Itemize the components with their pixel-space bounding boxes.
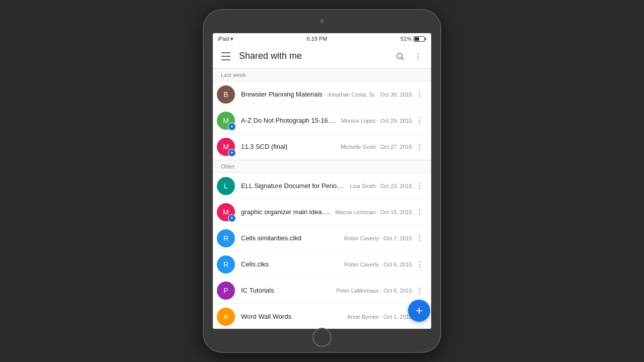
- file-name: A-Z Do Not Photograph 15-16.xls: [241, 117, 337, 124]
- svg-point-25: [419, 266, 420, 267]
- hamburger-line-1: [221, 52, 230, 53]
- file-name: Cells.clks: [241, 260, 340, 268]
- hamburger-line-3: [221, 59, 230, 60]
- file-meta: Jonathan Costa, Sr. · Oct 30, 2015: [323, 92, 412, 98]
- svg-point-11: [419, 144, 420, 145]
- svg-point-18: [419, 212, 420, 213]
- avatar-badge: +: [228, 214, 236, 222]
- item-more-button[interactable]: [412, 205, 427, 220]
- svg-point-21: [419, 238, 420, 239]
- svg-point-13: [419, 148, 420, 149]
- file-name: ELL Signature Documet for Periods 6 & 7: [241, 182, 346, 190]
- file-name: Cells similarities.clkd: [241, 234, 340, 242]
- item-more-button[interactable]: [412, 231, 427, 246]
- svg-point-2: [418, 53, 419, 54]
- status-left: iPad ▾: [218, 36, 233, 42]
- avatar: B: [217, 85, 235, 104]
- more-button[interactable]: [409, 47, 427, 65]
- avatar: M+: [217, 138, 235, 156]
- file-meta: Anne Byrnes · Oct 1, 2015: [343, 314, 412, 320]
- avatar: P: [217, 282, 235, 300]
- file-name: IC Tutorials: [241, 287, 333, 294]
- svg-point-24: [419, 264, 420, 265]
- svg-point-5: [419, 92, 420, 93]
- avatar: R: [217, 229, 235, 247]
- list-item[interactable]: M+graphic organizer main idea.pdfMarcia …: [213, 199, 431, 225]
- svg-point-12: [419, 146, 420, 147]
- file-meta: Marcia Lichtman · Oct 15, 2015: [331, 209, 412, 215]
- list-item[interactable]: BBrewster Planning MaterialsJonathan Cos…: [213, 81, 431, 108]
- list-item[interactable]: LELL Signature Documet for Periods 6 & 7…: [213, 173, 431, 199]
- tablet-screen: iPad ▾ 6:19 PM 51% Shared with me: [213, 33, 431, 329]
- file-meta: Lisa Smith · Oct 23, 2015: [346, 183, 412, 189]
- file-meta: Robin Caverly · Oct 7, 2015: [340, 235, 412, 241]
- app-title: Shared with me: [235, 51, 391, 61]
- svg-point-27: [419, 290, 420, 291]
- hamburger-button[interactable]: [217, 47, 235, 65]
- file-meta: Robin Caverly · Oct 6, 2015: [340, 261, 412, 267]
- file-name: graphic organizer main idea.pdf: [241, 208, 331, 216]
- svg-point-20: [419, 235, 420, 236]
- tablet-home-button[interactable]: [312, 328, 332, 347]
- file-meta: Peter LaMoreaux · Oct 5, 2015: [333, 288, 412, 294]
- svg-point-14: [419, 183, 420, 184]
- item-more-button[interactable]: [412, 87, 427, 102]
- file-info: IC Tutorials: [241, 287, 333, 294]
- svg-line-1: [401, 58, 403, 59]
- list-item[interactable]: PIC TutorialsPeter LaMoreaux · Oct 5, 20…: [213, 278, 431, 304]
- item-more-button[interactable]: [412, 283, 427, 298]
- search-button[interactable]: [391, 47, 409, 65]
- file-info: graphic organizer main idea.pdf: [241, 208, 331, 216]
- svg-point-28: [419, 292, 420, 293]
- file-list: Last weekBBrewster Planning MaterialsJon…: [213, 68, 431, 329]
- svg-point-17: [419, 209, 420, 210]
- list-item[interactable]: M+11.3 SCD (final)Michelle Gosh · Oct 27…: [213, 134, 431, 160]
- file-info: A-Z Do Not Photograph 15-16.xls: [241, 117, 337, 124]
- svg-point-8: [419, 118, 420, 119]
- ipad-label: iPad ▾: [218, 36, 233, 42]
- item-more-button[interactable]: [412, 257, 427, 272]
- fab-button[interactable]: +: [408, 300, 430, 322]
- svg-point-16: [419, 188, 420, 189]
- avatar: A: [217, 308, 235, 326]
- avatar: M+: [217, 203, 235, 221]
- avatar-badge: +: [228, 149, 236, 157]
- list-item[interactable]: AWord Wall WordsAnne Byrnes · Oct 1, 201…: [213, 304, 431, 329]
- section-header: Older: [213, 160, 431, 173]
- item-more-button[interactable]: [412, 178, 427, 194]
- item-more-button[interactable]: [412, 139, 427, 154]
- svg-point-3: [418, 55, 419, 56]
- svg-point-19: [419, 214, 420, 215]
- file-info: Brewster Planning Materials: [241, 90, 323, 98]
- svg-point-22: [419, 240, 420, 241]
- avatar-badge: +: [228, 123, 236, 131]
- battery-pct: 51%: [400, 36, 412, 42]
- file-info: Cells similarities.clkd: [241, 234, 340, 242]
- svg-point-0: [397, 53, 403, 59]
- tablet-frame: iPad ▾ 6:19 PM 51% Shared with me: [204, 10, 440, 352]
- list-item[interactable]: RCells.clksRobin Caverly · Oct 6, 2015: [213, 251, 431, 278]
- status-bar: iPad ▾ 6:19 PM 51%: [213, 33, 431, 44]
- file-info: ELL Signature Documet for Periods 6 & 7: [241, 182, 346, 190]
- item-more-button[interactable]: [412, 113, 427, 128]
- avatar: L: [217, 177, 235, 195]
- hamburger-line-2: [221, 56, 230, 57]
- svg-point-7: [419, 96, 420, 97]
- file-name: Brewster Planning Materials: [241, 90, 323, 98]
- file-meta: Michelle Gosh · Oct 27, 2015: [337, 144, 412, 150]
- file-name: Word Wall Words: [241, 313, 343, 320]
- svg-point-6: [419, 94, 420, 95]
- tablet-camera: [320, 19, 324, 23]
- svg-point-26: [419, 288, 420, 289]
- avatar: M+: [217, 112, 235, 130]
- section-header: Last week: [213, 68, 431, 81]
- svg-point-15: [419, 186, 420, 187]
- list-item[interactable]: RCells similarities.clkdRobin Caverly · …: [213, 225, 431, 251]
- list-item[interactable]: M+A-Z Do Not Photograph 15-16.xlsMonica …: [213, 108, 431, 134]
- file-name: 11.3 SCD (final): [241, 143, 337, 150]
- svg-point-9: [419, 120, 420, 121]
- svg-point-10: [419, 122, 420, 123]
- battery-icon: [414, 36, 426, 42]
- svg-point-4: [418, 58, 419, 59]
- app-bar: Shared with me: [213, 44, 431, 68]
